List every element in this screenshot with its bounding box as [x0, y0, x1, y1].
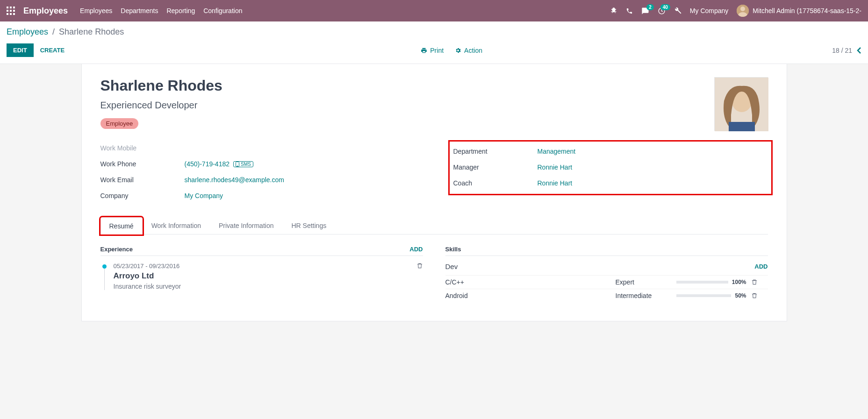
messaging-badge: 2 [646, 4, 654, 10]
work-phone-label: Work Phone [100, 160, 185, 168]
experience-title: Experience [100, 246, 133, 253]
action-button[interactable]: Action [455, 47, 482, 54]
tab-work-information[interactable]: Work Information [143, 217, 210, 234]
create-button[interactable]: CREATE [34, 43, 71, 57]
skill-name: Android [445, 292, 611, 299]
skill-delete-button[interactable] [751, 292, 768, 299]
work-email-label: Work Email [100, 176, 185, 184]
svg-rect-15 [729, 122, 755, 131]
svg-rect-4 [10, 10, 12, 12]
experience-section: Experience ADD 05/23/2017 - 09/23/2016 A… [100, 246, 423, 302]
phone-icon[interactable] [626, 7, 633, 14]
bug-icon[interactable] [610, 7, 617, 14]
company-value[interactable]: My Company [185, 192, 223, 199]
skill-row: Android Intermediate 50% [445, 289, 768, 302]
chevron-left-icon [857, 47, 861, 54]
employee-photo [714, 77, 768, 131]
trash-icon [751, 279, 758, 285]
toolbar: EDIT CREATE Print Action 18 / 21 [0, 41, 868, 64]
coach-value[interactable]: Ronnie Hart [538, 179, 573, 187]
mobile-icon [236, 162, 239, 167]
svg-rect-8 [13, 13, 15, 15]
experience-add-button[interactable]: ADD [409, 246, 423, 253]
skill-percent: 50% [735, 292, 746, 299]
user-avatar [737, 5, 749, 17]
experience-role: Insurance risk surveyor [114, 283, 423, 290]
apps-grid-icon[interactable] [7, 7, 15, 15]
svg-rect-1 [10, 7, 12, 8]
coach-label: Coach [453, 179, 538, 187]
skill-row: C/C++ Expert 100% [445, 275, 768, 289]
activity-badge: 40 [660, 4, 670, 10]
user-menu[interactable]: Mitchell Admin (17758674-saas-15-2- [737, 5, 861, 17]
timeline-dot-icon [102, 264, 107, 269]
skill-name: C/C++ [445, 278, 611, 286]
work-mobile-label: Work Mobile [100, 144, 185, 152]
skill-level: Expert [616, 278, 672, 286]
activity-icon[interactable]: 40 [658, 7, 666, 15]
svg-point-11 [740, 7, 745, 11]
sms-button[interactable]: SMS [233, 161, 253, 167]
company-switcher[interactable]: My Company [690, 7, 728, 14]
manager-value[interactable]: Ronnie Hart [538, 163, 573, 171]
svg-rect-2 [13, 7, 15, 8]
skills-add-button[interactable]: ADD [754, 263, 768, 270]
skill-progress [676, 281, 728, 284]
experience-dates: 05/23/2017 - 09/23/2016 [114, 263, 423, 270]
skill-percent: 100% [732, 279, 746, 285]
employee-tag: Employee [100, 118, 139, 129]
edit-button[interactable]: EDIT [7, 43, 34, 57]
tab-resume[interactable]: Resumé [100, 217, 143, 234]
breadcrumb: Employees / Sharlene Rhodes [0, 21, 868, 41]
messaging-icon[interactable]: 2 [641, 7, 649, 15]
department-value[interactable]: Management [538, 148, 576, 155]
nav-employees[interactable]: Employees [80, 7, 112, 14]
skill-progress [676, 294, 732, 297]
breadcrumb-root[interactable]: Employees [7, 27, 48, 36]
svg-rect-5 [13, 10, 15, 12]
skills-section: Skills Dev ADD C/C++ Expert 100% [445, 246, 768, 302]
breadcrumb-separator: / [52, 27, 55, 36]
svg-rect-7 [10, 13, 12, 15]
svg-rect-3 [7, 10, 8, 12]
department-label: Department [453, 148, 538, 155]
pager-prev[interactable] [857, 47, 861, 54]
trash-icon [416, 263, 423, 269]
experience-company: Arroyo Ltd [114, 271, 423, 281]
skill-level: Intermediate [616, 292, 672, 299]
tabs: Resumé Work Information Private Informat… [100, 217, 768, 234]
contact-info-column: Work Mobile Work Phone (450)-719-4182 SM… [100, 140, 416, 204]
tools-icon[interactable] [674, 7, 681, 14]
nav-departments[interactable]: Departments [121, 7, 158, 14]
tab-private-information[interactable]: Private Information [210, 217, 283, 234]
gear-icon [455, 47, 461, 54]
experience-delete-button[interactable] [416, 263, 423, 269]
nav-configuration[interactable]: Configuration [203, 7, 242, 14]
skill-group-name: Dev [445, 263, 458, 270]
pager-text: 18 / 21 [832, 47, 852, 54]
highlight-box-org: Department Management Manager Ronnie Har… [448, 140, 773, 195]
app-title[interactable]: Employees [23, 6, 68, 16]
top-nav: Employees Employees Departments Reportin… [0, 0, 868, 21]
form-sheet: Sharlene Rhodes Experienced Developer Em… [81, 64, 787, 321]
tab-hr-settings[interactable]: HR Settings [282, 217, 335, 234]
print-icon [421, 47, 427, 54]
employee-job-title: Experienced Developer [100, 100, 222, 111]
svg-rect-6 [7, 13, 8, 15]
print-button[interactable]: Print [421, 47, 444, 54]
manager-label: Manager [453, 163, 538, 171]
employee-name: Sharlene Rhodes [100, 77, 222, 94]
nav-reporting[interactable]: Reporting [166, 7, 195, 14]
breadcrumb-current: Sharlene Rhodes [59, 27, 124, 36]
svg-rect-0 [7, 7, 8, 8]
skill-delete-button[interactable] [751, 279, 768, 285]
org-info-column: Department Management Manager Ronnie Har… [453, 140, 768, 204]
experience-item: 05/23/2017 - 09/23/2016 Arroyo Ltd Insur… [114, 263, 423, 290]
work-phone-value[interactable]: (450)-719-4182 [185, 160, 230, 168]
skills-title: Skills [445, 246, 768, 256]
trash-icon [751, 292, 758, 299]
work-email-value[interactable]: sharlene.rhodes49@example.com [185, 176, 284, 184]
user-name: Mitchell Admin (17758674-saas-15-2- [753, 7, 861, 14]
company-label: Company [100, 192, 185, 199]
